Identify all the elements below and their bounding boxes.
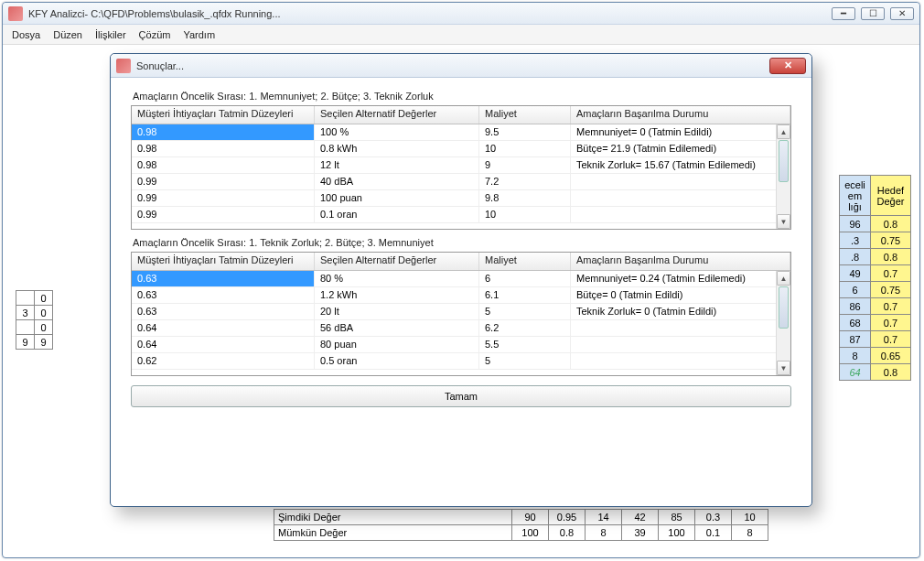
table-row[interactable]: 0.99100 puan 9.8 [132, 190, 790, 207]
scroll-up-icon[interactable]: ▲ [777, 124, 790, 139]
section2-label: Amaçların Öncelik Sırası: 1. Teknik Zorl… [133, 237, 791, 248]
table-row[interactable]: 0.620.5 oran 5 [132, 353, 790, 370]
scroll-up-icon[interactable]: ▲ [777, 271, 790, 286]
main-close-button[interactable]: ✕ [890, 7, 914, 20]
menu-yardim[interactable]: Yardım [183, 29, 215, 40]
grid1-col1[interactable]: Seçilen Alternatif Değerler [315, 106, 479, 124]
section1-label: Amaçların Öncelik Sırası: 1. Memnuniyet;… [133, 91, 791, 102]
table-row[interactable]: 0.9940 dBA 7.2 [132, 174, 790, 190]
bg-right-table: eceli em lığı Hedef Değer 960.8 .30.75 .… [839, 175, 911, 381]
grid1-scrollbar[interactable]: ▲ ▼ [776, 124, 790, 229]
ok-button[interactable]: Tamam [131, 385, 791, 407]
dialog-icon [116, 59, 131, 73]
dialog-titlebar[interactable]: Sonuçlar... ✕ [111, 54, 811, 78]
table-row[interactable]: 0.6380 % 6Memnuniyet= 0.24 (Tatmin Edile… [132, 271, 790, 287]
grid1-col0[interactable]: Müşteri İhtiyaçları Tatmin Düzeyleri [132, 106, 315, 124]
scroll-thumb[interactable] [779, 140, 789, 182]
table-row[interactable]: 0.6480 puan 5.5 [132, 337, 790, 353]
main-title: KFY Analizci- C:\QFD\Problems\bulasik_.q… [28, 8, 832, 19]
scroll-down-icon[interactable]: ▼ [777, 214, 790, 229]
app-icon [8, 6, 23, 21]
menu-iliskiler[interactable]: İlişkiler [95, 29, 126, 40]
scroll-down-icon[interactable]: ▼ [777, 361, 790, 375]
bg-left-table: 0 30 0 99 [16, 290, 53, 350]
maximize-button[interactable]: ☐ [861, 7, 885, 20]
results-grid-1[interactable]: Müşteri İhtiyaçları Tatmin Düzeyleri Seç… [131, 105, 791, 230]
table-row[interactable]: 0.631.2 kWh 6.1Bütçe= 0 (Tatmin Edildi) [132, 287, 790, 304]
menu-duzen[interactable]: Düzen [53, 29, 82, 40]
grid2-col0[interactable]: Müşteri İhtiyaçları Tatmin Düzeyleri [132, 253, 315, 270]
bg-bottom-table: Şimdiki Değer 900.95 1442 850.3 10 Mümkü… [274, 509, 768, 541]
scroll-thumb[interactable] [779, 286, 789, 329]
results-dialog: Sonuçlar... ✕ Amaçların Öncelik Sırası: … [110, 53, 812, 507]
grid2-scrollbar[interactable]: ▲ ▼ [776, 271, 790, 375]
grid1-col3[interactable]: Amaçların Başarılma Durumu [571, 106, 790, 124]
table-row[interactable]: 0.6456 dBA 6.2 [132, 320, 790, 337]
minimize-button[interactable]: ━ [832, 7, 855, 20]
table-row[interactable]: 0.990.1 oran 10 [132, 207, 790, 223]
grid1-col2[interactable]: Maliyet [479, 106, 571, 124]
dialog-title: Sonuçlar... [136, 60, 769, 71]
dialog-close-button[interactable]: ✕ [769, 58, 806, 74]
table-row[interactable]: 0.980.8 kWh 10Bütçe= 21.9 (Tatmin Edilem… [132, 141, 790, 157]
table-row[interactable]: 0.9812 lt 9Teknik Zorluk= 15.67 (Tatmin … [132, 157, 790, 174]
main-titlebar[interactable]: KFY Analizci- C:\QFD\Problems\bulasik_.q… [3, 3, 919, 25]
table-row[interactable]: 0.6320 lt 5Teknik Zorluk= 0 (Tatmin Edil… [132, 304, 790, 320]
menubar: Dosya Düzen İlişkiler Çözüm Yardım [3, 25, 919, 45]
grid2-col2[interactable]: Maliyet [479, 253, 571, 270]
main-window: KFY Analizci- C:\QFD\Problems\bulasik_.q… [2, 2, 920, 558]
menu-dosya[interactable]: Dosya [12, 29, 40, 40]
grid2-col1[interactable]: Seçilen Alternatif Değerler [315, 253, 479, 270]
menu-cozum[interactable]: Çözüm [139, 29, 171, 40]
table-row[interactable]: 0.98100 % 9.5Memnuniyet= 0 (Tatmin Edild… [132, 124, 790, 141]
grid2-col3[interactable]: Amaçların Başarılma Durumu [571, 253, 790, 270]
results-grid-2[interactable]: Müşteri İhtiyaçları Tatmin Düzeyleri Seç… [131, 252, 791, 376]
